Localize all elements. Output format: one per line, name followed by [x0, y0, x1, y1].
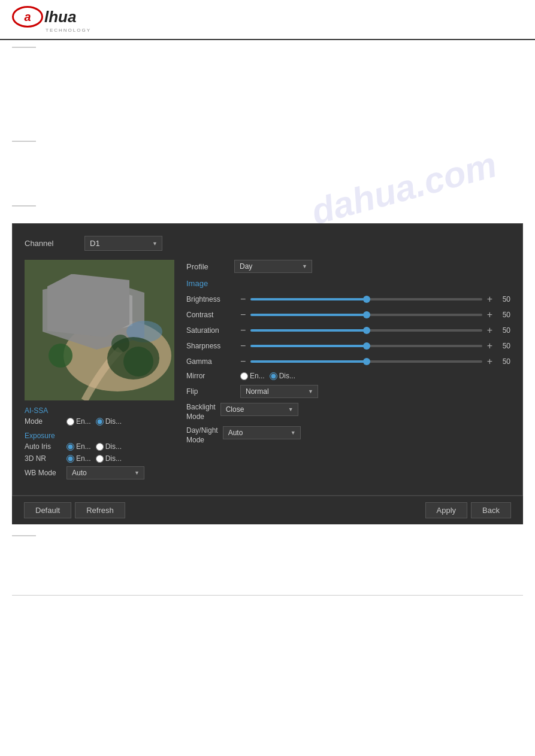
flip-row: Flip Normal 180° 90° CW 90° CCW — [186, 385, 510, 398]
contrast-value: 50 — [492, 311, 510, 319]
btn-group-left: Default Refresh — [24, 502, 125, 518]
mirror-disable-input[interactable] — [270, 372, 277, 380]
exposure-label: Exposure — [25, 432, 174, 440]
right-column: Profile Day Night General Image Brightne… — [186, 260, 510, 483]
two-col-layout: AI-SSA Mode En... Dis... Exposure Aut — [25, 260, 510, 483]
brightness-label: Brightness — [186, 295, 240, 303]
backlight-mode-select[interactable]: Close BLC HLC WDR — [220, 403, 298, 416]
contrast-label: Contrast — [186, 311, 240, 319]
ai-ssa-disable-input[interactable] — [96, 418, 104, 426]
footer-area — [0, 524, 535, 583]
3d-nr-enable-input[interactable] — [67, 455, 74, 463]
backlight-mode-row: BacklightMode Close BLC HLC WDR — [186, 403, 510, 421]
sharpness-value: 50 — [492, 342, 510, 350]
refresh-button[interactable]: Refresh — [75, 502, 125, 518]
3d-nr-disable-input[interactable] — [96, 455, 104, 463]
channel-select[interactable]: D1 D2 D3 D4 — [84, 236, 162, 251]
contrast-slider[interactable] — [250, 314, 482, 316]
channel-row: Channel D1 D2 D3 D4 — [25, 236, 510, 251]
flip-select-wrapper[interactable]: Normal 180° 90° CW 90° CCW — [240, 385, 318, 398]
default-button[interactable]: Default — [24, 502, 71, 518]
ai-ssa-mode-row: Mode En... Dis... — [25, 417, 174, 426]
ai-ssa-enable-radio[interactable]: En... — [67, 417, 91, 426]
contrast-row: Contrast − + 50 — [186, 309, 510, 320]
auto-iris-enable-input[interactable] — [67, 443, 74, 451]
auto-iris-disable-radio[interactable]: Dis... — [96, 442, 122, 451]
flip-label: Flip — [186, 387, 240, 396]
auto-iris-row: Auto Iris En... Dis... — [25, 442, 174, 451]
3d-nr-enable-radio[interactable]: En... — [67, 454, 91, 463]
channel-select-wrapper[interactable]: D1 D2 D3 D4 — [84, 236, 162, 251]
ai-ssa-enable-input[interactable] — [67, 418, 74, 426]
3d-nr-radio-group: En... Dis... — [67, 454, 122, 463]
contrast-plus[interactable]: + — [487, 309, 492, 320]
mirror-enable-radio[interactable]: En... — [240, 372, 265, 380]
ai-ssa-disable-radio[interactable]: Dis... — [96, 417, 122, 426]
gamma-minus[interactable]: − — [240, 356, 246, 367]
wb-mode-select-wrapper[interactable]: Auto Manual ATW Indoor Outdoor — [67, 466, 144, 479]
gamma-slider[interactable] — [250, 360, 482, 363]
back-button[interactable]: Back — [471, 502, 511, 518]
camera-preview — [25, 260, 174, 400]
saturation-value: 50 — [492, 326, 510, 335]
ai-ssa-mode-radio-group: En... Dis... — [67, 417, 122, 426]
3d-nr-row: 3D NR En... Dis... — [25, 454, 174, 463]
profile-row: Profile Day Night General — [186, 260, 510, 273]
saturation-slider[interactable] — [250, 329, 482, 332]
nav-line-1 — [12, 47, 36, 48]
3d-nr-disable-radio[interactable]: Dis... — [96, 454, 122, 463]
logo: a lhua TECHNOLOGY — [12, 6, 91, 33]
auto-iris-disable-label: Dis... — [105, 442, 122, 451]
svg-rect-4 — [67, 290, 114, 326]
image-section-title: Image — [186, 279, 510, 288]
ai-ssa-mode-label: Mode — [25, 417, 67, 426]
backlight-mode-select-wrapper[interactable]: Close BLC HLC WDR — [220, 403, 298, 416]
mirror-disable-radio[interactable]: Dis... — [270, 372, 295, 380]
saturation-minus[interactable]: − — [240, 325, 246, 336]
mirror-enable-label: En... — [250, 372, 265, 380]
logo-oval: a — [12, 6, 43, 28]
wb-mode-select[interactable]: Auto Manual ATW Indoor Outdoor — [67, 466, 144, 479]
gamma-label: Gamma — [186, 357, 240, 366]
flip-select[interactable]: Normal 180° 90° CW 90° CCW — [240, 385, 318, 398]
auto-iris-enable-radio[interactable]: En... — [67, 442, 91, 451]
day-night-mode-select-wrapper[interactable]: Auto Color B/W — [223, 426, 301, 439]
auto-iris-disable-input[interactable] — [96, 443, 104, 451]
nav-area — [0, 40, 535, 64]
brightness-minus[interactable]: − — [240, 294, 246, 305]
wb-mode-label: WB Mode — [25, 469, 67, 477]
saturation-row: Saturation − + 50 — [186, 325, 510, 336]
profile-select-wrapper[interactable]: Day Night General — [234, 260, 312, 273]
backlight-mode-label: BacklightMode — [186, 403, 216, 421]
logo-a: a — [24, 10, 31, 24]
mirror-enable-input[interactable] — [240, 372, 248, 380]
brightness-plus[interactable]: + — [487, 294, 492, 305]
content-placeholder-1 — [0, 64, 535, 223]
svg-marker-3 — [61, 284, 132, 335]
ai-ssa-disable-label: Dis... — [105, 417, 122, 426]
sharpness-slider[interactable] — [250, 345, 482, 347]
ai-ssa-enable-label: En... — [76, 417, 91, 426]
nav-line-2 — [12, 141, 36, 142]
channel-label: Channel — [25, 239, 84, 248]
svg-point-8 — [126, 321, 162, 342]
saturation-plus[interactable]: + — [487, 325, 492, 336]
apply-button[interactable]: Apply — [425, 502, 468, 518]
gamma-row: Gamma − + 50 — [186, 356, 510, 367]
contrast-minus[interactable]: − — [240, 309, 246, 320]
svg-point-7 — [111, 335, 129, 353]
brightness-slider[interactable] — [250, 298, 482, 300]
gamma-value: 50 — [492, 357, 510, 366]
gamma-plus[interactable]: + — [487, 356, 492, 367]
brightness-row: Brightness − + 50 — [186, 294, 510, 305]
logo-text: lhua — [44, 8, 76, 26]
ai-ssa-label: AI-SSA — [25, 406, 174, 415]
day-night-mode-select[interactable]: Auto Color B/W — [223, 426, 301, 439]
3d-nr-disable-label: Dis... — [105, 454, 122, 463]
brightness-value: 50 — [492, 295, 510, 303]
sharpness-plus[interactable]: + — [487, 341, 492, 351]
sharpness-minus[interactable]: − — [240, 341, 246, 351]
sharpness-label: Sharpness — [186, 342, 240, 350]
profile-select[interactable]: Day Night General — [234, 260, 312, 273]
auto-iris-enable-label: En... — [76, 442, 91, 451]
